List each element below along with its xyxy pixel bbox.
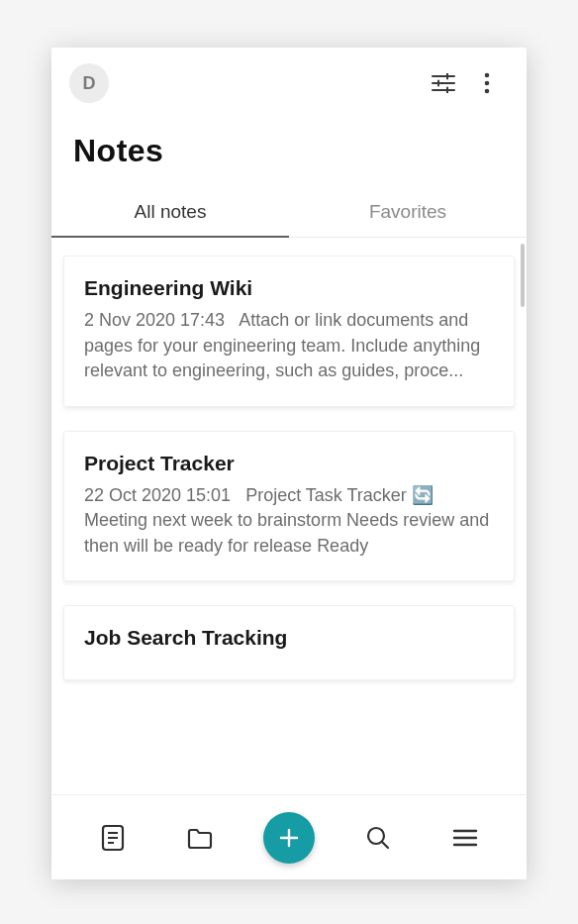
svg-line-16 (382, 842, 388, 848)
more-vertical-icon (484, 72, 490, 94)
scrollbar[interactable] (521, 244, 525, 307)
note-card[interactable]: Job Search Tracking (63, 605, 515, 680)
nav-notes-button[interactable] (89, 814, 137, 862)
tab-label: Favorites (369, 201, 446, 222)
fab-new-note[interactable] (263, 812, 315, 864)
note-date: 2 Nov 2020 17:43 (84, 310, 225, 330)
folder-icon (186, 826, 214, 850)
note-title: Job Search Tracking (84, 626, 494, 650)
note-title: Engineering Wiki (84, 276, 494, 300)
note-date: 22 Oct 2020 15:01 (84, 485, 231, 505)
bottom-nav (51, 794, 527, 879)
svg-point-8 (485, 89, 490, 94)
tab-favorites[interactable]: Favorites (289, 187, 527, 237)
note-card[interactable]: Engineering Wiki 2 Nov 2020 17:43 Attach… (63, 256, 515, 407)
note-body: 22 Oct 2020 15:01 Project Task Tracker 🔄… (84, 483, 494, 560)
sliders-icon (431, 73, 456, 93)
tab-label: All notes (135, 201, 207, 222)
page-title: Notes (73, 133, 505, 169)
avatar-initial: D (83, 73, 96, 94)
app-window: D Notes All notes (51, 48, 527, 879)
svg-point-7 (485, 81, 490, 86)
title-area: Notes (51, 119, 527, 187)
nav-menu-button[interactable] (441, 814, 489, 862)
note-icon (101, 824, 125, 852)
menu-icon (452, 828, 478, 848)
note-body: 2 Nov 2020 17:43 Attach or link document… (84, 308, 494, 384)
svg-point-6 (485, 73, 490, 78)
top-bar: D (51, 48, 527, 119)
tab-all-notes[interactable]: All notes (51, 187, 289, 237)
note-card[interactable]: Project Tracker 22 Oct 2020 15:01 Projec… (63, 431, 515, 582)
plus-icon (277, 826, 301, 850)
nav-folder-button[interactable] (176, 814, 224, 862)
notes-list[interactable]: Engineering Wiki 2 Nov 2020 17:43 Attach… (51, 238, 527, 794)
more-menu-button[interactable] (465, 61, 509, 105)
nav-search-button[interactable] (354, 814, 402, 862)
tabs: All notes Favorites (51, 187, 527, 238)
search-icon (365, 825, 391, 851)
sort-filter-button[interactable] (422, 61, 465, 105)
avatar[interactable]: D (69, 63, 109, 103)
note-title: Project Tracker (84, 452, 494, 475)
